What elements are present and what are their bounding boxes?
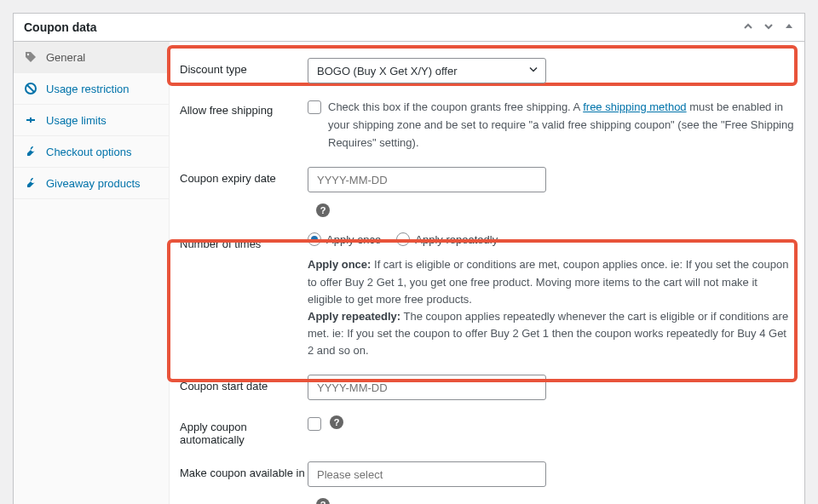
field-start-date: Coupon start date — [180, 367, 794, 408]
tab-label: General — [46, 51, 85, 64]
help-icon[interactable]: ? — [316, 203, 330, 217]
svg-point-0 — [27, 54, 29, 55]
free-shipping-method-link[interactable]: free shipping method — [583, 100, 686, 113]
wrench-icon — [24, 145, 37, 158]
field-number-times: Number of times Apply once Apply repeate… — [180, 225, 794, 367]
radio-apply-repeatedly[interactable]: Apply repeatedly — [396, 232, 498, 246]
tab-general[interactable]: General — [14, 42, 169, 73]
panel-header: Coupon data — [14, 14, 804, 42]
radio-apply-once[interactable]: Apply once — [308, 232, 381, 246]
apply-auto-checkbox[interactable] — [308, 417, 321, 431]
collapse-toggle-icon[interactable] — [784, 21, 794, 34]
tab-label: Usage limits — [46, 114, 107, 127]
radio-circle — [396, 232, 410, 246]
field-expiry-date: Coupon expiry date ? — [180, 159, 794, 225]
available-in-select[interactable] — [308, 461, 546, 487]
panel-body: General Usage restriction Usage limits C… — [14, 42, 804, 504]
tab-giveaway-products[interactable]: Giveaway products — [14, 168, 169, 199]
tab-label: Usage restriction — [46, 83, 130, 95]
wrench-icon — [24, 176, 37, 190]
tag-icon — [24, 50, 37, 64]
label-apply-auto: Apply coupon automatically — [180, 415, 308, 446]
panel-title: Coupon data — [24, 20, 97, 34]
free-shipping-checkbox[interactable] — [308, 100, 321, 114]
tab-checkout-options[interactable]: Checkout options — [14, 136, 169, 168]
radio-label: Apply repeatedly — [415, 233, 498, 246]
free-shipping-description: Check this box if the coupon grants free… — [328, 99, 794, 152]
limits-icon — [24, 113, 37, 127]
select-value: BOGO (Buy X Get X/Y) offer — [308, 58, 546, 83]
help-icon[interactable]: ? — [330, 415, 343, 429]
tab-usage-restriction[interactable]: Usage restriction — [14, 73, 169, 105]
panel-controls — [743, 21, 794, 34]
ban-icon — [24, 82, 37, 95]
number-times-description: Apply once: If cart is eligible or condi… — [308, 256, 794, 359]
field-free-shipping: Allow free shipping Check this box if th… — [180, 91, 794, 159]
label-available-in: Make coupon available in — [180, 461, 308, 479]
expiry-date-input[interactable] — [308, 167, 546, 192]
discount-type-select[interactable]: BOGO (Buy X Get X/Y) offer — [308, 58, 546, 83]
label-start-date: Coupon start date — [180, 375, 308, 392]
svg-line-2 — [27, 85, 34, 92]
field-apply-auto: Apply coupon automatically ? — [180, 408, 794, 454]
field-available-in: Make coupon available in ? — [180, 454, 794, 504]
tab-label: Giveaway products — [46, 177, 141, 190]
move-up-icon[interactable] — [743, 21, 753, 34]
tab-label: Checkout options — [46, 146, 131, 158]
radio-label: Apply once — [326, 233, 381, 246]
move-down-icon[interactable] — [763, 21, 774, 34]
start-date-input[interactable] — [308, 375, 546, 400]
tabs-sidebar: General Usage restriction Usage limits C… — [14, 42, 170, 504]
content-area: Discount type BOGO (Buy X Get X/Y) offer… — [170, 42, 804, 504]
help-icon[interactable]: ? — [316, 498, 330, 504]
field-discount-type: Discount type BOGO (Buy X Get X/Y) offer — [180, 50, 794, 91]
coupon-data-panel: Coupon data General — [13, 13, 805, 504]
label-discount-type: Discount type — [180, 58, 308, 76]
label-expiry-date: Coupon expiry date — [180, 167, 308, 185]
label-number-times: Number of times — [180, 232, 308, 250]
label-free-shipping: Allow free shipping — [180, 99, 308, 117]
tab-usage-limits[interactable]: Usage limits — [14, 105, 169, 136]
radio-circle-checked — [308, 232, 321, 246]
